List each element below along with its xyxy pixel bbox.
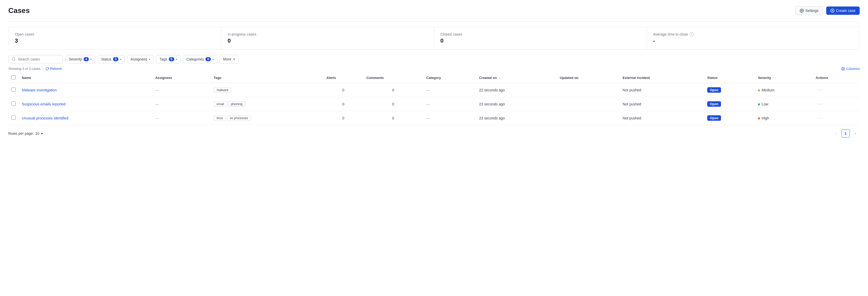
more-label: More bbox=[223, 57, 231, 61]
status-badge-2: Open bbox=[707, 115, 721, 121]
search-box[interactable] bbox=[8, 55, 63, 63]
header-divider bbox=[8, 21, 860, 22]
updated-on-value-0 bbox=[557, 83, 620, 97]
status-label: Status bbox=[101, 57, 112, 61]
category-value-2: — bbox=[426, 116, 430, 120]
external-incident-value-1: Not pushed bbox=[619, 97, 704, 111]
in-progress-value: 0 bbox=[227, 37, 428, 44]
severity-dot-0 bbox=[758, 89, 760, 91]
assignees-value-0: — bbox=[155, 88, 159, 92]
next-page-button[interactable]: › bbox=[851, 129, 860, 138]
case-name-link-0[interactable]: Malware investigation bbox=[22, 88, 57, 92]
tag-item: phishing bbox=[228, 101, 245, 107]
category-value-1: — bbox=[426, 102, 430, 106]
closed-cases-label: Closed cases bbox=[440, 32, 641, 36]
avg-time-stat: Average time to close ? - bbox=[647, 27, 860, 49]
alerts-value-0: 0 bbox=[323, 83, 363, 97]
severity-cell-2: High bbox=[755, 111, 812, 125]
tags-label: Tags bbox=[159, 57, 167, 61]
external-incident-value-2: Not pushed bbox=[619, 111, 704, 125]
tags-filter[interactable]: Tags 5 ▾ bbox=[156, 55, 180, 63]
categories-chevron-icon: ▾ bbox=[213, 58, 214, 61]
col-status: Status bbox=[704, 73, 755, 83]
columns-icon bbox=[841, 67, 845, 71]
status-badge: 3 bbox=[113, 57, 118, 61]
assignees-value-1: — bbox=[155, 102, 159, 106]
avg-time-label: Average time to close bbox=[653, 32, 688, 36]
row-actions-button-2[interactable]: ··· bbox=[816, 115, 825, 121]
severity-dot-2 bbox=[758, 118, 760, 120]
showing-text: Showing 3 of 3 cases bbox=[8, 67, 40, 71]
col-severity: Severity bbox=[755, 73, 812, 83]
comments-value-2: 0 bbox=[363, 111, 423, 125]
search-input[interactable] bbox=[18, 57, 60, 61]
open-cases-value: 3 bbox=[15, 37, 215, 44]
svg-line-5 bbox=[14, 60, 15, 61]
settings-label: Settings bbox=[805, 8, 819, 13]
refresh-button[interactable]: Refresh bbox=[45, 67, 62, 71]
refresh-icon bbox=[45, 67, 49, 71]
col-updated-on: Updated on bbox=[557, 73, 620, 83]
avg-time-value: - bbox=[653, 37, 853, 44]
col-alerts: Alerts bbox=[323, 73, 363, 83]
settings-button[interactable]: Settings bbox=[795, 6, 823, 15]
avg-time-info-icon[interactable]: ? bbox=[689, 32, 694, 36]
svg-point-4 bbox=[12, 58, 15, 61]
categories-label: Categories bbox=[186, 57, 204, 61]
select-all-checkbox[interactable] bbox=[11, 75, 16, 79]
col-created-on[interactable]: Created on ↓ bbox=[476, 73, 557, 83]
comments-value-0: 0 bbox=[363, 83, 423, 97]
tags-badge: 5 bbox=[169, 57, 174, 61]
col-actions: Actions bbox=[813, 73, 860, 83]
rows-per-page[interactable]: Rows per page: 10 ▾ bbox=[8, 131, 43, 135]
created-on-value-1: 23 seconds ago bbox=[476, 97, 557, 111]
row-checkbox-0[interactable] bbox=[11, 88, 16, 92]
create-case-button[interactable]: Create case bbox=[826, 6, 860, 15]
svg-rect-6 bbox=[841, 67, 844, 70]
settings-icon bbox=[800, 8, 804, 13]
alerts-value-2: 0 bbox=[323, 111, 363, 125]
categories-filter[interactable]: Categories 0 ▾ bbox=[183, 55, 217, 63]
severity-filter[interactable]: Severity 4 ▾ bbox=[65, 55, 95, 63]
open-cases-stat: Open cases 3 bbox=[8, 27, 221, 49]
search-icon bbox=[12, 57, 16, 61]
rows-per-page-value: 10 bbox=[35, 131, 39, 135]
row-checkbox-2[interactable] bbox=[11, 116, 16, 120]
row-actions-button-0[interactable]: ··· bbox=[816, 87, 825, 93]
created-on-value-2: 23 seconds ago bbox=[476, 111, 557, 125]
columns-button[interactable]: Columns bbox=[841, 67, 860, 71]
row-checkbox-1[interactable] bbox=[11, 101, 16, 106]
page-1-button[interactable]: 1 bbox=[841, 129, 850, 138]
table-row: Malware investigation—malware00—22 secon… bbox=[8, 83, 860, 97]
status-filter[interactable]: Status 3 ▾ bbox=[98, 55, 124, 63]
col-external-incident: External incident bbox=[619, 73, 704, 83]
col-tags: Tags bbox=[211, 73, 323, 83]
prev-page-button[interactable]: ‹ bbox=[832, 129, 840, 138]
select-all-header[interactable] bbox=[8, 73, 19, 83]
tags-cell-2: linuxos processes bbox=[211, 111, 323, 125]
severity-value-2: High bbox=[762, 116, 769, 120]
created-on-value-0: 22 seconds ago bbox=[476, 83, 557, 97]
severity-value-1: Low bbox=[762, 102, 768, 106]
external-incident-value-0: Not pushed bbox=[619, 83, 704, 97]
svg-point-0 bbox=[801, 10, 802, 11]
severity-value-0: Medium bbox=[762, 88, 775, 92]
table-row: Suspicious emails reported—emailphishing… bbox=[8, 97, 860, 111]
severity-chevron-icon: ▾ bbox=[90, 58, 92, 61]
updated-on-value-1 bbox=[557, 97, 620, 111]
rows-per-page-label: Rows per page: bbox=[8, 131, 34, 135]
col-category: Category bbox=[423, 73, 476, 83]
refresh-label: Refresh bbox=[50, 67, 62, 71]
plus-icon bbox=[830, 8, 835, 13]
case-name-link-1[interactable]: Suspicious emails reported bbox=[22, 102, 65, 106]
more-filter-button[interactable]: More + bbox=[220, 55, 239, 64]
page-title: Cases bbox=[8, 6, 30, 15]
tag-item: malware bbox=[214, 88, 231, 93]
categories-badge: 0 bbox=[206, 57, 211, 61]
assignees-label: Assignees bbox=[131, 57, 148, 61]
tags-chevron-icon: ▾ bbox=[176, 58, 177, 61]
severity-label: Severity bbox=[69, 57, 82, 61]
row-actions-button-1[interactable]: ··· bbox=[816, 101, 825, 107]
case-name-link-2[interactable]: Unusual processes identified bbox=[22, 116, 68, 120]
assignees-filter[interactable]: Assignees ▾ bbox=[127, 55, 154, 63]
